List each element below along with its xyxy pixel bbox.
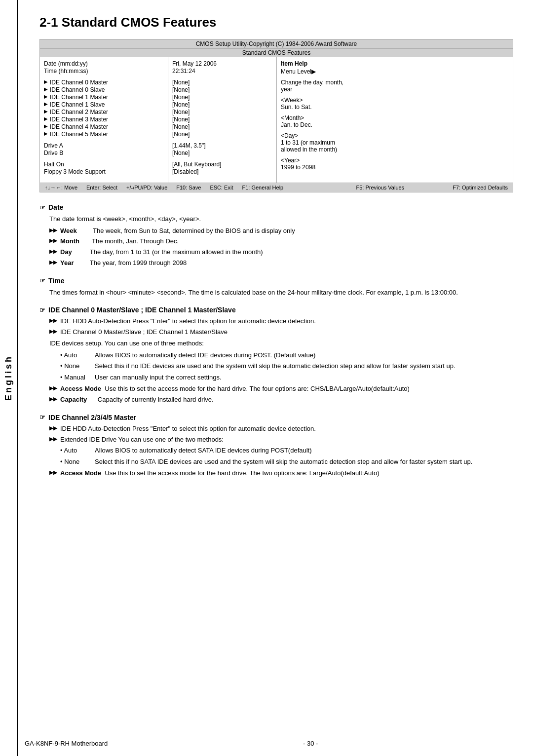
ide01-plain: IDE devices setup. You can use one of th… — [39, 339, 513, 348]
ide01-capacity: ▶▶ Capacity Capacity of currently instal… — [39, 395, 513, 405]
ide01-bullet2: ▶▶ IDE Channel 0 Master/Slave ; IDE Chan… — [39, 328, 513, 337]
ide2345-access: ▶▶ Access Mode Use this to set the acces… — [39, 469, 513, 478]
bios-table: CMOS Setup Utility-Copyright (C) 1984-20… — [39, 39, 513, 192]
ide01-manual: • Manual User can manually input the cor… — [60, 373, 513, 382]
section-date: ☞ Date The date format is <week>, <month… — [39, 203, 513, 268]
bullet-month: ▶▶ Month The month, Jan. Through Dec. — [39, 237, 513, 246]
bios-subheader: Standard CMOS Features — [40, 49, 513, 57]
date-intro: The date format is <week>, <month>, <day… — [39, 214, 513, 224]
time-intro: The times format in <hour> <minute> <sec… — [39, 288, 513, 298]
ide01-auto: • Auto Allows BIOS to automatically dete… — [60, 351, 513, 360]
bios-left-col: Date (mm:dd:yy) Time (hh:mm:ss) ▶IDE Cha… — [40, 57, 168, 183]
section-ide01: ☞ IDE Channel 0 Master/Slave ; IDE Chann… — [39, 306, 513, 404]
section-time: ☞ Time The times format in <hour> <minut… — [39, 277, 513, 298]
ide2345-bullet1: ▶▶ IDE HDD Auto-Detection Press "Enter" … — [39, 424, 513, 434]
page-footer: GA-K8NF-9-RH Motherboard - 30 - — [25, 737, 513, 747]
ide01-bullet1: ▶▶ IDE HDD Auto-Detection Press "Enter" … — [39, 317, 513, 326]
bullet-day: ▶▶ Day The day, from 1 to 31 (or the max… — [39, 248, 513, 257]
footer-model: GA-K8NF-9-RH Motherboard — [25, 740, 108, 747]
bios-mid-col: Fri, May 12 2006 22:31:24 [None] [None] … — [168, 57, 277, 183]
date-section-title: Date — [48, 203, 63, 211]
ide2345-sub-list: • Auto Allows BIOS to automatically dete… — [39, 446, 513, 467]
section-ide2345: ☞ IDE Channel 2/3/4/5 Master ▶▶ IDE HDD … — [39, 414, 513, 478]
ide01-section-icon: ☞ — [39, 306, 45, 314]
ide2345-bullet2: ▶▶ Extended IDE Drive You can use one of… — [39, 435, 513, 445]
side-language-label: English — [0, 0, 18, 756]
time-section-title: Time — [48, 277, 64, 285]
page-title: 2-1 Standard CMOS Features — [39, 15, 513, 30]
ide01-section-title: IDE Channel 0 Master/Slave ; IDE Channel… — [48, 306, 236, 314]
bios-footer: ↑↓→←: Move Enter: Select +/-/PU/PD: Valu… — [40, 183, 513, 192]
ide2345-section-icon: ☞ — [39, 414, 45, 421]
date-section-icon: ☞ — [39, 204, 45, 211]
ide2345-auto: • Auto Allows BIOS to automatically dete… — [60, 446, 513, 455]
bios-right-col: Item Help Menu Level▶ Change the day, mo… — [277, 57, 513, 183]
ide2345-section-title: IDE Channel 2/3/4/5 Master — [48, 414, 136, 421]
ide01-none: • None Select this if no IDE devices are… — [60, 362, 513, 371]
ide01-access: ▶▶ Access Mode Use this to set the acces… — [39, 384, 513, 394]
ide01-sub-list: • Auto Allows BIOS to automatically dete… — [39, 351, 513, 383]
footer-page: - 30 - — [303, 740, 318, 747]
ide2345-none: • None Select this if no SATA IDE device… — [60, 457, 513, 467]
bullet-week: ▶▶ Week The week, from Sun to Sat, deter… — [39, 227, 513, 236]
bullet-year: ▶▶ Year The year, from 1999 through 2098 — [39, 259, 513, 268]
bios-header: CMOS Setup Utility-Copyright (C) 1984-20… — [40, 39, 513, 49]
time-section-icon: ☞ — [39, 277, 45, 284]
